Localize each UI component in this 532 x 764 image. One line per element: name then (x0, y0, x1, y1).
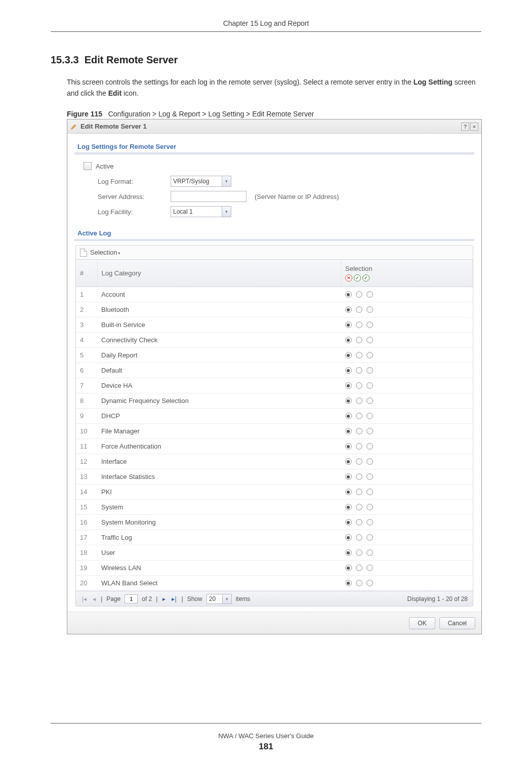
radio-disable[interactable] (345, 291, 352, 298)
radio-disable[interactable] (345, 367, 352, 374)
radio-all[interactable] (366, 489, 373, 495)
radio-disable[interactable] (345, 413, 352, 419)
radio-all[interactable] (366, 352, 373, 358)
ok-button[interactable]: OK (409, 617, 435, 629)
enable-normal-icon[interactable]: ✓ (354, 274, 361, 282)
radio-all[interactable] (366, 321, 373, 328)
radio-all[interactable] (366, 291, 373, 298)
radio-normal[interactable] (356, 458, 362, 465)
radio-normal[interactable] (356, 397, 362, 404)
radio-all[interactable] (366, 519, 373, 526)
radio-normal[interactable] (356, 413, 362, 419)
log-format-select[interactable]: VRPT/Syslog ▾ (171, 176, 231, 187)
radio-normal[interactable] (356, 565, 362, 571)
page-first-button[interactable]: |◂ (81, 595, 88, 602)
page-prev-button[interactable]: ◂ (92, 595, 97, 602)
table-row[interactable]: 10File Manager (76, 424, 473, 439)
cancel-button[interactable]: Cancel (439, 617, 475, 629)
radio-disable[interactable] (345, 397, 352, 404)
radio-normal[interactable] (356, 473, 362, 480)
table-row[interactable]: 17Traffic Log (76, 530, 473, 545)
radio-all[interactable] (366, 367, 373, 374)
radio-all[interactable] (366, 382, 373, 389)
radio-all[interactable] (366, 549, 373, 556)
radio-disable[interactable] (345, 306, 352, 313)
table-row[interactable]: 15System (76, 500, 473, 515)
table-row[interactable]: 9DHCP (76, 409, 473, 424)
close-button[interactable]: × (470, 123, 478, 131)
table-row[interactable]: 7Device HA (76, 378, 473, 393)
radio-disable[interactable] (345, 534, 352, 541)
table-row[interactable]: 6Default (76, 363, 473, 378)
col-header-number[interactable]: # (76, 260, 97, 287)
radio-all[interactable] (366, 306, 373, 313)
page-input[interactable] (125, 594, 138, 604)
radio-normal[interactable] (356, 428, 362, 434)
radio-all[interactable] (366, 428, 373, 434)
table-row[interactable]: 12Interface (76, 454, 473, 469)
radio-disable[interactable] (345, 489, 352, 495)
radio-all[interactable] (366, 458, 373, 465)
radio-all[interactable] (366, 443, 373, 450)
page-next-button[interactable]: ▸ (161, 595, 167, 602)
table-row[interactable]: 13Interface Statistics (76, 469, 473, 485)
radio-normal[interactable] (356, 367, 362, 374)
radio-normal[interactable] (356, 549, 362, 556)
radio-normal[interactable] (356, 352, 362, 358)
enable-all-icon[interactable]: ✓ (362, 274, 370, 282)
radio-all[interactable] (366, 504, 373, 510)
radio-normal[interactable] (356, 534, 362, 541)
radio-disable[interactable] (345, 382, 352, 389)
radio-disable[interactable] (345, 321, 352, 328)
radio-all[interactable] (366, 413, 373, 419)
radio-normal[interactable] (356, 321, 362, 328)
radio-all[interactable] (366, 337, 373, 343)
radio-all[interactable] (366, 580, 373, 586)
radio-disable[interactable] (345, 473, 352, 480)
col-header-category[interactable]: Log Category (97, 260, 341, 287)
radio-disable[interactable] (345, 337, 352, 343)
table-row[interactable]: 18User (76, 545, 473, 560)
page-last-button[interactable]: ▸| (171, 595, 177, 602)
log-facility-select[interactable]: Local 1 ▾ (171, 206, 231, 217)
table-row[interactable]: 8Dynamic Frequency Selection (76, 393, 473, 409)
radio-disable[interactable] (345, 458, 352, 465)
table-row[interactable]: 3Built-in Service (76, 317, 473, 333)
server-address-input[interactable] (171, 191, 247, 202)
help-button[interactable]: ? (461, 123, 469, 131)
radio-normal[interactable] (356, 489, 362, 495)
radio-disable[interactable] (345, 504, 352, 510)
table-row[interactable]: 19Wireless LAN (76, 560, 473, 576)
radio-disable[interactable] (345, 565, 352, 571)
radio-normal[interactable] (356, 504, 362, 510)
table-row[interactable]: 14PKI (76, 485, 473, 500)
radio-normal[interactable] (356, 337, 362, 343)
page-size-select[interactable]: 20 ▾ (207, 594, 232, 604)
radio-all[interactable] (366, 565, 373, 571)
disable-all-icon[interactable]: ✕ (345, 274, 352, 282)
radio-disable[interactable] (345, 580, 352, 586)
radio-normal[interactable] (356, 580, 362, 586)
radio-disable[interactable] (345, 428, 352, 434)
active-checkbox[interactable] (84, 162, 92, 170)
radio-disable[interactable] (345, 519, 352, 526)
radio-normal[interactable] (356, 443, 362, 450)
radio-all[interactable] (366, 473, 373, 480)
table-row[interactable]: 4Connectivity Check (76, 333, 473, 348)
radio-disable[interactable] (345, 443, 352, 450)
selection-menu[interactable]: Selection▾ (90, 249, 120, 256)
radio-all[interactable] (366, 534, 373, 541)
table-row[interactable]: 20WLAN Band Select (76, 576, 473, 591)
radio-all[interactable] (366, 397, 373, 404)
table-row[interactable]: 5Daily Report (76, 348, 473, 363)
table-row[interactable]: 2Bluetooth (76, 302, 473, 317)
table-row[interactable]: 16System Monitoring (76, 515, 473, 530)
radio-normal[interactable] (356, 291, 362, 298)
radio-normal[interactable] (356, 382, 362, 389)
table-row[interactable]: 11Force Authentication (76, 439, 473, 454)
col-header-selection[interactable]: Selection ✕ ✓ ✓ (341, 260, 473, 287)
table-row[interactable]: 1Account (76, 287, 473, 302)
radio-disable[interactable] (345, 549, 352, 556)
radio-normal[interactable] (356, 306, 362, 313)
radio-disable[interactable] (345, 352, 352, 358)
